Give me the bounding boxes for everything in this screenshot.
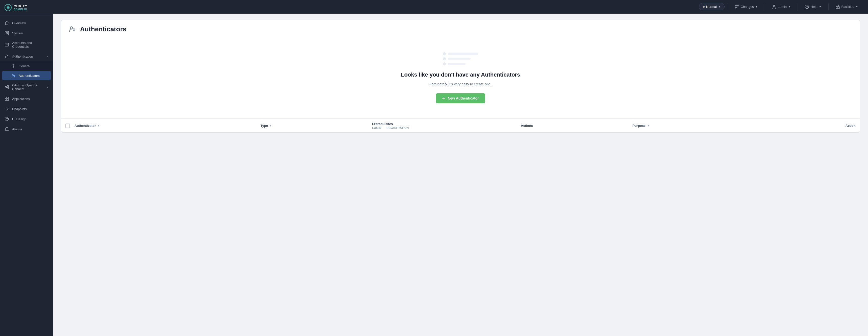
svg-point-26 xyxy=(736,7,737,8)
svg-rect-19 xyxy=(5,97,6,98)
sidebar-item-ui-design[interactable]: UI Design xyxy=(0,114,53,124)
oauth-chevron-down-icon: ▼ xyxy=(46,86,49,89)
sidebar-item-applications[interactable]: Applications xyxy=(0,94,53,104)
sidebar-item-ui-design-label: UI Design xyxy=(12,117,27,121)
sidebar-logo: CURITY ADMIN UI xyxy=(0,0,53,16)
sidebar-item-accounts[interactable]: Accounts and Credentials xyxy=(0,38,53,51)
svg-rect-2 xyxy=(5,31,8,35)
new-authenticator-label: New Authenticator xyxy=(447,96,479,100)
sidebar-item-authentication-label: Authentication xyxy=(12,55,33,58)
svg-point-15 xyxy=(7,85,8,87)
sidebar-item-alarms-label: Alarms xyxy=(12,127,22,131)
svg-point-10 xyxy=(12,74,14,75)
table-col-prerequisites: Prerequisites LOGIN REGISTRATION xyxy=(372,122,521,129)
authentication-chevron-up-icon: ▲ xyxy=(46,55,49,58)
svg-rect-21 xyxy=(5,99,6,100)
normal-label: Normal xyxy=(706,5,717,8)
svg-point-9 xyxy=(13,65,14,67)
facilities-button[interactable]: Facilities ▼ xyxy=(832,3,862,11)
sidebar-item-system[interactable]: System xyxy=(0,28,53,38)
admin-chevron-icon: ▼ xyxy=(788,5,791,8)
actions-col-label: Actions xyxy=(521,124,533,128)
help-button[interactable]: Help ▼ xyxy=(801,3,825,11)
endpoints-icon xyxy=(4,106,9,111)
svg-point-24 xyxy=(736,5,737,6)
authentication-icon xyxy=(4,54,9,59)
normal-dot-icon xyxy=(703,6,705,8)
changes-icon xyxy=(735,4,739,9)
help-label: Help xyxy=(811,5,817,8)
table-header-row: Authenticator ▼ Type ▼ Prerequisites LOG… xyxy=(61,119,860,132)
plus-icon xyxy=(442,96,445,100)
login-sub-label: LOGIN xyxy=(372,126,381,129)
help-chevron-icon: ▼ xyxy=(819,5,822,8)
authenticator-sort-icon: ▼ xyxy=(97,124,100,127)
topbar: Normal ▼ Changes ▼ admin ▼ Help ▼ Fa xyxy=(53,0,868,13)
admin-ui-label: ADMIN UI xyxy=(13,8,27,11)
applications-icon xyxy=(4,96,9,101)
empty-state-card: Looks like you don't have any Authentica… xyxy=(61,37,860,119)
main-area: Normal ▼ Changes ▼ admin ▼ Help ▼ Fa xyxy=(53,0,868,336)
oauth-icon xyxy=(4,85,9,89)
topbar-divider-1 xyxy=(727,3,728,10)
table-col-checkbox[interactable] xyxy=(65,124,74,128)
page-header-icon xyxy=(68,25,76,33)
empty-illustration xyxy=(443,52,478,65)
sidebar-item-authenticators[interactable]: Authenticators xyxy=(2,71,51,80)
table-col-action: Action xyxy=(781,124,856,128)
svg-point-14 xyxy=(5,86,6,88)
svg-point-33 xyxy=(73,29,75,31)
gear-icon xyxy=(11,64,16,68)
normal-chevron-down-icon: ▼ xyxy=(718,5,721,8)
normal-mode-button[interactable]: Normal ▼ xyxy=(699,3,724,10)
overview-icon xyxy=(4,21,9,25)
empty-state-subtitle: Fortunately, it's very easy to create on… xyxy=(430,82,492,86)
sidebar-item-general[interactable]: General xyxy=(0,61,53,70)
authenticators-icon xyxy=(11,73,16,78)
topbar-divider-3 xyxy=(798,3,798,10)
sidebar-item-endpoints-label: Endpoints xyxy=(12,107,27,111)
table-col-actions: Actions xyxy=(521,124,632,128)
svg-point-25 xyxy=(738,5,739,6)
sidebar-item-endpoints[interactable]: Endpoints xyxy=(0,104,53,114)
new-authenticator-button[interactable]: New Authenticator xyxy=(436,93,485,103)
page-title: Authenticators xyxy=(80,25,126,33)
svg-point-11 xyxy=(14,75,15,77)
svg-point-29 xyxy=(807,7,807,8)
sidebar-item-accounts-label: Accounts and Credentials xyxy=(12,41,49,49)
prerequisites-sub-labels: LOGIN REGISTRATION xyxy=(372,126,521,129)
sidebar-item-oauth[interactable]: OAuth & OpenID Connect ▼ xyxy=(0,81,53,94)
ui-design-icon xyxy=(4,117,9,121)
table-col-type[interactable]: Type ▼ xyxy=(260,124,372,128)
help-icon xyxy=(805,4,809,9)
table-col-authenticator[interactable]: Authenticator ▼ xyxy=(74,124,260,128)
changes-button[interactable]: Changes ▼ xyxy=(731,3,762,11)
facilities-icon xyxy=(835,4,840,9)
svg-point-27 xyxy=(773,5,775,7)
alarms-icon xyxy=(4,127,9,131)
sidebar-item-system-label: System xyxy=(12,31,23,35)
page-header: Authenticators xyxy=(61,20,860,37)
sidebar-item-general-label: General xyxy=(19,64,30,68)
admin-label: admin xyxy=(778,5,787,8)
svg-point-16 xyxy=(7,87,8,89)
purpose-sort-icon: ▼ xyxy=(647,124,650,127)
sidebar: CURITY ADMIN UI Overview System Accounts… xyxy=(0,0,53,336)
authenticator-col-label: Authenticator xyxy=(74,124,96,128)
purpose-col-label: Purpose xyxy=(632,124,646,128)
svg-point-8 xyxy=(6,57,7,57)
prerequisites-col-label: Prerequisites xyxy=(372,122,521,126)
svg-point-3 xyxy=(6,32,7,34)
svg-rect-22 xyxy=(7,99,8,100)
svg-point-1 xyxy=(7,6,9,8)
system-icon xyxy=(4,31,9,35)
admin-menu-button[interactable]: admin ▼ xyxy=(768,3,795,11)
authentication-subnav: General Authenticators xyxy=(0,61,53,80)
table-col-purpose[interactable]: Purpose ▼ xyxy=(632,124,781,128)
sidebar-item-authentication[interactable]: Authentication ▲ xyxy=(0,51,53,61)
sidebar-item-overview-label: Overview xyxy=(12,21,26,25)
sidebar-item-authenticators-label: Authenticators xyxy=(19,74,40,78)
sidebar-item-overview[interactable]: Overview xyxy=(0,18,53,28)
select-all-checkbox[interactable] xyxy=(65,124,70,128)
sidebar-item-alarms[interactable]: Alarms xyxy=(0,124,53,134)
